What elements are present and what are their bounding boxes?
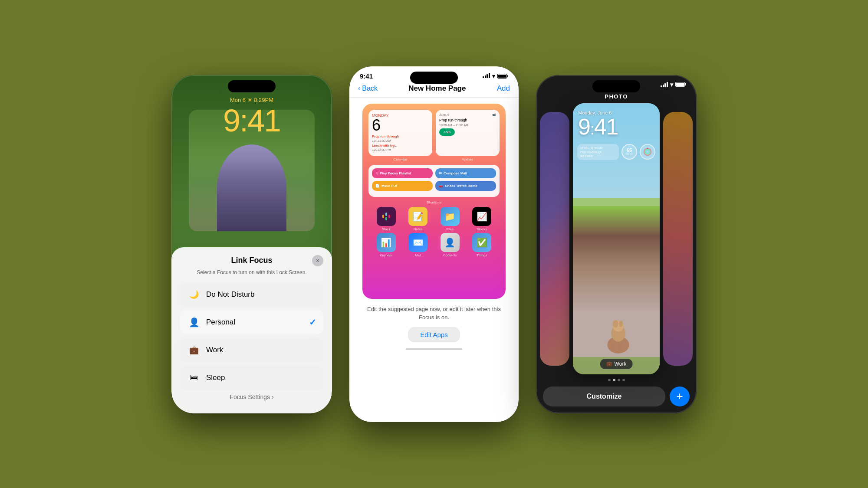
things-icon: ✅ [472,233,491,252]
work-icon: 💼 [187,343,201,357]
focus-settings-label: Focus Settings [230,393,270,400]
work-badge-icon: 💼 [606,361,612,367]
link-focus-close-button[interactable]: × [312,255,323,266]
calendar-day-number: 6 [372,118,429,133]
contacts-icon: 👤 [441,233,460,252]
app-stocks[interactable]: 📈 Stocks [471,207,493,231]
back-button[interactable]: ‹ Back [358,85,378,92]
focus-settings-arrow: › [272,393,274,400]
ls-left-background [540,112,569,366]
svg-point-7 [613,320,618,328]
shortcut-mail[interactable]: ✉ Compose Mail [435,168,496,178]
svg-rect-0 [382,215,384,218]
calendar-events: Prop run-through 10–11:30 AM Lunch with … [372,134,429,153]
work-label: Work [206,346,316,354]
files-icon: 📁 [441,207,460,226]
personal-label: Personal [206,318,309,327]
app-files[interactable]: 📁 Files [439,207,461,231]
ls-temp-range: 55 72 [626,153,632,155]
svg-point-12 [645,149,650,154]
carousel-dots [536,376,697,383]
lockscreen-time-area: Mon 6 ☀ 8:29PM 9:41 [171,97,332,136]
ls-card-left[interactable] [540,112,569,366]
ls-center-background: Monday, June 6 9:41 10:00 – 11:30 AM Pro… [573,103,660,374]
webex-event-title: Prop run-through [439,118,496,122]
phone-1: Mon 6 ☀ 8:29PM 9:41 Link Focus × Select … [171,75,332,413]
webex-date: June, 6 [439,113,449,116]
home-preview-card: MONDAY 6 Prop run-through 10–11:30 AM Lu… [362,104,506,299]
webex-join-button[interactable]: Join [439,128,455,136]
dynamic-island-1 [228,80,276,92]
files-label: Files [446,227,454,231]
svg-rect-1 [385,213,387,216]
slack-icon [377,207,396,226]
webex-icon: 📹 [492,113,496,117]
shortcuts-widget: ♫ Play Focus Playlist ✉ Compose Mail 📄 M… [368,165,500,204]
focus-option-dnd[interactable]: 🌙 Do Not Disturb [180,282,323,307]
shortcuts-row-2: 📄 Make PDF 🚗 Check Traffic Home [372,181,496,191]
ls-activity-widget [640,144,655,160]
shortcuts-row-1: ♫ Play Focus Playlist ✉ Compose Mail [372,168,496,178]
ls-event-name: Prop run-through [580,150,616,154]
webex-widget-label: Webex [436,157,500,161]
shortcut-traffic[interactable]: 🚗 Check Traffic Home [435,181,496,191]
app-keynote[interactable]: 📊 Keynote [375,233,397,257]
statusbar-time: 9:41 [360,72,373,80]
phone3-bottom-controls: Customize + [536,383,697,413]
app-notes[interactable]: 📝 Notes [407,207,429,231]
link-focus-title: Link Focus [231,256,272,265]
traffic-icon: 🚗 [439,184,443,188]
lockscreen-time: 9:41 [171,105,332,136]
notes-icon: 📝 [408,207,427,226]
svg-point-8 [619,321,623,327]
home-edit-text: Edit the suggested page now, or edit it … [362,305,506,322]
app-slack[interactable]: Slack [375,207,397,231]
ls-widget-row: 10:00 – 11:30 AM Prop run-through Art St… [573,141,660,163]
dynamic-island-2 [410,72,458,84]
add-lockscreen-button[interactable]: + [670,386,690,406]
work-badge-text: Work [615,361,627,367]
shortcut-pdf[interactable]: 📄 Make PDF [372,181,433,191]
shortcut-music[interactable]: ♫ Play Focus Playlist [372,168,433,178]
ls-temp-widget: 65 55 72 [621,144,637,160]
focus-settings-link[interactable]: Focus Settings › [180,393,323,400]
statusbar-icons: ▾ [483,73,508,79]
calendar-widget-label: Calendar [368,157,432,161]
customize-button[interactable]: Customize [543,386,665,406]
widget-row-1: MONDAY 6 Prop run-through 10–11:30 AM Lu… [368,110,500,161]
add-button[interactable]: Add [497,84,510,93]
app-things[interactable]: ✅ Things [471,233,493,257]
svg-point-13 [646,151,649,153]
focus-option-personal[interactable]: 👤 Personal ✓ [180,310,323,334]
focus-option-work[interactable]: 💼 Work [180,338,323,362]
dot-3 [618,379,620,381]
things-label: Things [477,253,487,257]
apps-row-1: Slack 📝 Notes 📁 Files 📈 [368,207,500,231]
svg-point-9 [611,342,616,351]
app-mail[interactable]: ✉️ Mail [407,233,429,257]
link-focus-header: Link Focus × [180,256,323,265]
svg-point-10 [621,342,626,351]
phone2-navbar: ‹ Back New Home Page Add [349,82,519,98]
ls-card-center[interactable]: Monday, June 6 9:41 10:00 – 11:30 AM Pro… [573,103,660,374]
app-contacts[interactable]: 👤 Contacts [439,233,461,257]
wifi-icon: ▾ [492,73,495,79]
ls-card-right[interactable] [663,112,693,366]
contacts-label: Contacts [443,253,457,257]
svg-rect-2 [388,215,390,218]
mail-app-icon: ✉️ [408,233,427,252]
webex-header: June, 6 📹 [439,113,496,117]
focus-option-sleep[interactable]: 🛏 Sleep [180,366,323,390]
calendar-widget: MONDAY 6 Prop run-through 10–11:30 AM Lu… [368,110,432,156]
svg-point-14 [647,147,648,148]
music-icon: ♫ [375,171,378,175]
edit-apps-button[interactable]: Edit Apps [408,327,460,342]
link-focus-sheet: Link Focus × Select a Focus to turn on w… [171,247,332,413]
home-indicator [406,348,462,350]
phone-3: 9:41 ▾ PHOTO [536,75,697,413]
phone1-screen: Mon 6 ☀ 8:29PM 9:41 Link Focus × Select … [171,75,332,413]
ls-right-background [663,112,693,366]
sleep-label: Sleep [206,373,316,382]
ls-event-widget: 10:00 – 11:30 AM Prop run-through Art St… [577,144,619,160]
personal-icon: 👤 [187,315,201,329]
